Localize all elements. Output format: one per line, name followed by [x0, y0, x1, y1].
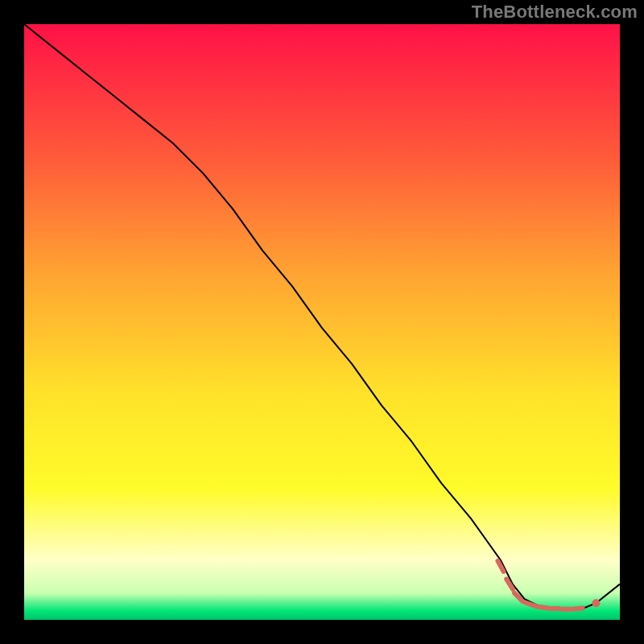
highlight-dashes-4	[538, 607, 547, 609]
chart-stage: TheBottleneck.com	[0, 0, 644, 644]
highlight-dot	[592, 599, 600, 607]
gradient-background	[24, 24, 620, 620]
chart-svg	[24, 24, 620, 620]
plot-area	[24, 24, 620, 620]
highlight-dashes-3	[526, 603, 536, 607]
highlight-dashes-7	[574, 609, 583, 609]
watermark-text: TheBottleneck.com	[472, 2, 638, 23]
